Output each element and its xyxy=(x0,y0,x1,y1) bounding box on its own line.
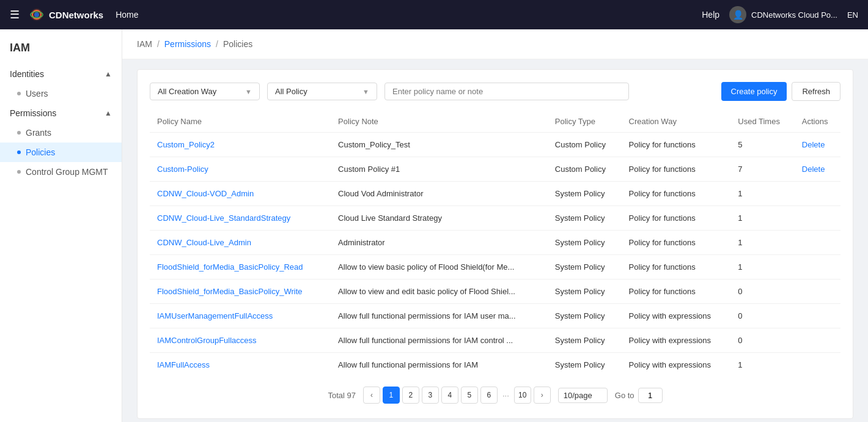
breadcrumb-permissions[interactable]: Permissions xyxy=(164,39,211,49)
policy-name-link[interactable]: Custom-Policy xyxy=(157,165,208,174)
cell-actions xyxy=(795,206,840,231)
pagination: Total 97 ‹ 1 2 3 4 5 6 ··· 10 › 10/page … xyxy=(150,377,840,406)
content-area: IAM / Permissions / Policies All Creatio… xyxy=(122,29,868,422)
cell-policy-note: Allow full functional permissions for IA… xyxy=(331,304,548,328)
cell-actions xyxy=(795,353,840,377)
cell-used-times: 1 xyxy=(730,182,795,206)
svg-point-2 xyxy=(34,12,39,17)
cell-actions xyxy=(795,231,840,255)
user-name: CDNetworks Cloud Po... xyxy=(751,10,837,20)
table-row: Custom-PolicyCustom Policy #1Custom Poli… xyxy=(150,157,840,182)
cell-actions xyxy=(795,279,840,304)
language-selector[interactable]: EN xyxy=(847,10,858,20)
cell-policy-type: System Policy xyxy=(548,206,622,231)
policy-name-link[interactable]: FloodShield_forMedia_BasicPolicy_Read xyxy=(157,262,303,272)
creation-way-filter[interactable]: All Creation Way ▼ xyxy=(150,83,260,100)
table-row: Custom_Policy2Custom_Policy_TestCustom P… xyxy=(150,133,840,157)
cell-policy-type: System Policy xyxy=(548,182,622,206)
cell-creation-way: Policy for functions xyxy=(622,206,731,231)
delete-button[interactable]: Delete xyxy=(802,165,825,174)
policy-name-link[interactable]: FloodShield_forMedia_BasicPolicy_Write xyxy=(157,287,303,296)
table-row: IAMFullAccessAllow full functional permi… xyxy=(150,353,840,377)
table-row: IAMUserManagementFullAccessAllow full fu… xyxy=(150,304,840,328)
cell-policy-name: CDNW_Cloud-Live_Admin xyxy=(150,231,331,255)
pagination-page-4[interactable]: 4 xyxy=(441,387,458,404)
col-policy-name: Policy Name xyxy=(150,111,331,133)
sidebar-item-policies[interactable]: Policies xyxy=(0,143,122,162)
delete-button[interactable]: Delete xyxy=(802,140,825,149)
sidebar-section-identities-label: Identities xyxy=(10,69,44,79)
policies-table: Policy Name Policy Note Policy Type Crea… xyxy=(150,111,840,377)
pagination-page-1[interactable]: 1 xyxy=(383,387,400,404)
col-creation-way: Creation Way xyxy=(622,111,731,133)
policy-name-link[interactable]: IAMFullAccess xyxy=(157,360,210,369)
table-row: FloodShield_forMedia_BasicPolicy_ReadAll… xyxy=(150,255,840,279)
cell-creation-way: Policy with expressions xyxy=(622,328,731,353)
table-row: CDNW_Cloud-Live_AdminAdministratorSystem… xyxy=(150,231,840,255)
pagination-next[interactable]: › xyxy=(534,387,551,404)
cell-policy-name: CDNW_Cloud-Live_StandardStrategy xyxy=(150,206,331,231)
cell-policy-type: System Policy xyxy=(548,304,622,328)
cell-creation-way: Policy for functions xyxy=(622,279,731,304)
policy-type-filter[interactable]: All Policy ▼ xyxy=(267,83,377,100)
sidebar-item-control-group[interactable]: Control Group MGMT xyxy=(0,162,122,182)
dot-icon xyxy=(17,92,21,95)
policy-name-link[interactable]: CDNW_Cloud-Live_Admin xyxy=(157,238,251,247)
breadcrumb-sep-2: / xyxy=(216,39,218,49)
per-page-select[interactable]: 10/page 20/page 50/page xyxy=(558,388,608,403)
sidebar-title: IAM xyxy=(0,29,122,64)
policy-name-link[interactable]: CDNW_Cloud-VOD_Admin xyxy=(157,189,254,198)
policy-name-link[interactable]: CDNW_Cloud-Live_StandardStrategy xyxy=(157,213,290,223)
menu-icon[interactable]: ☰ xyxy=(10,8,20,21)
help-link[interactable]: Help xyxy=(702,10,719,20)
user-menu[interactable]: 👤 CDNetworks Cloud Po... xyxy=(729,6,837,23)
goto-input[interactable] xyxy=(638,388,663,403)
dot-icon xyxy=(17,170,21,174)
table-row: CDNW_Cloud-Live_StandardStrategyCloud Li… xyxy=(150,206,840,231)
pagination-page-3[interactable]: 3 xyxy=(422,387,439,404)
policy-name-link[interactable]: IAMControlGroupFullaccess xyxy=(157,336,257,345)
cell-actions xyxy=(795,328,840,353)
brand-name: CDNetworks xyxy=(49,10,103,20)
cell-policy-name: IAMUserManagementFullAccess xyxy=(150,304,331,328)
pagination-page-2[interactable]: 2 xyxy=(402,387,419,404)
cell-policy-note: Custom Policy #1 xyxy=(331,157,548,182)
sidebar: IAM Identities ▲ Users Permissions ▲ Gra… xyxy=(0,29,122,422)
policy-name-link[interactable]: Custom_Policy2 xyxy=(157,140,215,149)
create-policy-button[interactable]: Create policy xyxy=(721,82,787,101)
col-policy-note: Policy Note xyxy=(331,111,548,133)
user-avatar-icon: 👤 xyxy=(729,6,746,23)
sidebar-item-grants[interactable]: Grants xyxy=(0,123,122,143)
pagination-page-6[interactable]: 6 xyxy=(480,387,498,404)
table-row: IAMControlGroupFullaccessAllow full func… xyxy=(150,328,840,353)
cell-creation-way: Policy for functions xyxy=(622,133,731,157)
breadcrumb-policies: Policies xyxy=(223,39,252,49)
table-body: Custom_Policy2Custom_Policy_TestCustom P… xyxy=(150,133,840,377)
pagination-last[interactable]: 10 xyxy=(514,387,531,404)
cell-policy-name: FloodShield_forMedia_BasicPolicy_Write xyxy=(150,279,331,304)
pagination-goto: Go to xyxy=(615,388,663,403)
cell-used-times: 1 xyxy=(730,255,795,279)
sidebar-section-permissions[interactable]: Permissions ▲ xyxy=(0,103,122,123)
sidebar-item-control-group-label: Control Group MGMT xyxy=(26,167,108,177)
cell-creation-way: Policy for functions xyxy=(622,182,731,206)
sidebar-item-policies-label: Policies xyxy=(26,147,55,157)
cell-policy-type: System Policy xyxy=(548,255,622,279)
policy-name-link[interactable]: IAMUserManagementFullAccess xyxy=(157,311,273,320)
sidebar-section-identities[interactable]: Identities ▲ xyxy=(0,64,122,84)
breadcrumb: IAM / Permissions / Policies xyxy=(122,29,868,59)
cell-creation-way: Policy with expressions xyxy=(622,353,731,377)
chevron-down-icon-2: ▼ xyxy=(362,88,369,95)
refresh-button[interactable]: Refresh xyxy=(792,82,840,101)
sidebar-item-users[interactable]: Users xyxy=(0,84,122,103)
sidebar-item-users-label: Users xyxy=(26,89,48,98)
pagination-page-5[interactable]: 5 xyxy=(461,387,478,404)
pagination-prev[interactable]: ‹ xyxy=(363,387,380,404)
cell-creation-way: Policy for functions xyxy=(622,231,731,255)
cell-policy-type: Custom Policy xyxy=(548,157,622,182)
table-row: FloodShield_forMedia_BasicPolicy_WriteAl… xyxy=(150,279,840,304)
home-link[interactable]: Home xyxy=(116,10,138,20)
cell-policy-type: System Policy xyxy=(548,353,622,377)
search-input[interactable] xyxy=(384,83,629,100)
cell-used-times: 5 xyxy=(730,133,795,157)
